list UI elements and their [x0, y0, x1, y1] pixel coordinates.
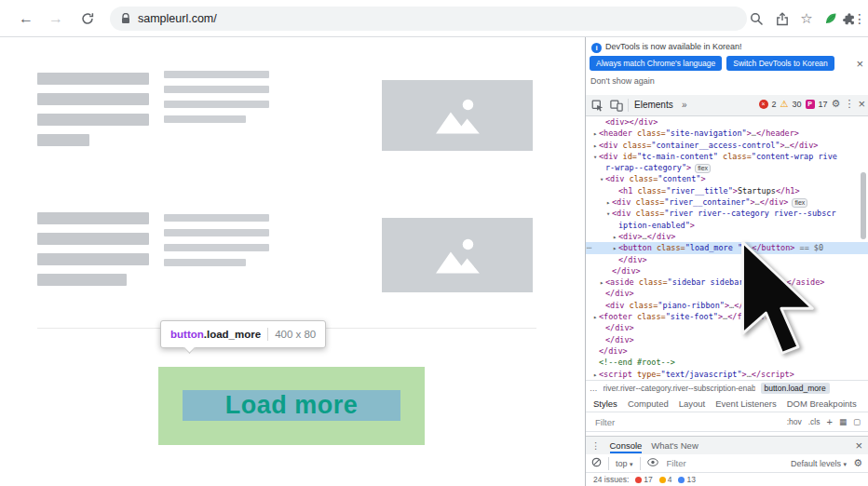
browser-menu-icon[interactable]: ⋮ [853, 7, 866, 30]
grid-overlay-icon[interactable]: ▦ [839, 417, 847, 426]
switch-korean-button[interactable]: Switch DevTools to Korean [726, 56, 834, 71]
placeholder-bar [37, 212, 149, 224]
tree-row[interactable]: ▸<div class="container__access-control">… [586, 140, 868, 151]
device-glyph [610, 99, 623, 112]
tab-computed[interactable]: Computed [628, 398, 669, 409]
tree-row[interactable]: ▸<script type="text/javascript">…</scrip… [586, 369, 868, 380]
placeholder-line [164, 214, 269, 222]
console-settings-gear-icon[interactable]: ⚙ [853, 457, 862, 469]
breadcrumb-ellipsis[interactable]: … [590, 384, 598, 393]
placeholder-line [164, 86, 269, 93]
placeholder-bar [37, 93, 149, 105]
tree-row[interactable]: </div> [586, 254, 868, 265]
browser-toolbar: ← → sampleurl.com/ ☆ ⋮ [0, 0, 868, 37]
inspect-glyph [591, 100, 604, 112]
tree-row[interactable]: ▸<aside class="sidebar sidebar--main">…<… [586, 277, 868, 288]
tree-row[interactable]: ▾<div class="content"> [586, 173, 868, 184]
tree-row[interactable]: ▾<div class="river river--category river… [586, 208, 868, 219]
tab-event-listeners[interactable]: Event Listeners [715, 398, 776, 409]
tree-row[interactable]: ⋯▸<button class="load_more ">…</button> … [586, 242, 868, 253]
clear-console-icon[interactable] [591, 457, 602, 469]
placeholder-line [164, 259, 246, 266]
dont-show-again-link[interactable]: Don't show again [590, 76, 655, 86]
placeholder-bar [37, 253, 149, 265]
placeholder-line [164, 229, 269, 236]
address-bar[interactable]: sampleurl.com/ [110, 7, 747, 31]
tree-row[interactable]: <div></div> [586, 116, 868, 128]
tree-row[interactable]: ▸<header class="site-navigation">…</head… [586, 128, 868, 139]
settings-gear-icon[interactable]: ⚙ [832, 98, 841, 110]
share-icon[interactable] [771, 7, 793, 30]
issues-label[interactable]: 24 issues: [593, 475, 629, 484]
drawer-menu-icon[interactable]: ⋮ [591, 440, 601, 451]
tab-dom-breakpoints[interactable]: DOM Breakpoints [787, 398, 857, 409]
warning-chip: 4 [659, 475, 672, 484]
tab-layout[interactable]: Layout [679, 398, 706, 409]
tree-row[interactable]: </div> [586, 265, 868, 277]
new-style-rule-icon[interactable]: + [827, 416, 833, 427]
tree-scrollbar-thumb[interactable] [861, 172, 866, 239]
info-chip: 13 [678, 475, 695, 484]
info-chip-count: 13 [686, 475, 695, 484]
styles-filter-input[interactable] [593, 416, 780, 428]
tree-row[interactable]: </div> [586, 345, 868, 357]
tree-row[interactable]: r-wrap--category">flex [586, 162, 868, 173]
zoom-icon[interactable] [745, 7, 767, 30]
warning-badge-icon[interactable]: ⚠ [780, 100, 789, 109]
placeholder-line [164, 244, 269, 251]
tab-styles[interactable]: Styles [593, 398, 617, 409]
device-toolbar-icon[interactable] [610, 99, 623, 115]
tree-row[interactable]: <div class="piano-ribbon">…</div> [586, 300, 868, 311]
tooltip-class: .load_more [204, 329, 261, 340]
log-levels-select[interactable]: Default levels ▾ [791, 459, 847, 468]
notification-close-icon[interactable]: × [856, 58, 863, 70]
devtools-panel: i DevTools is now available in Korean! A… [585, 37, 868, 486]
warning-dot-icon [659, 477, 666, 483]
tree-row[interactable]: ▸<div>…</div> [586, 231, 868, 242]
tree-row[interactable]: <h1 class="river__title">Startups</h1> [586, 185, 868, 196]
tree-row[interactable]: <!--end #root--> [586, 357, 868, 368]
drawer-close-icon[interactable]: × [855, 439, 862, 452]
inspect-element-icon[interactable] [591, 99, 604, 115]
toggle-class-button[interactable]: .cls [808, 417, 821, 426]
tree-row[interactable]: </div> [586, 334, 868, 345]
bookmark-star-icon[interactable]: ☆ [795, 7, 818, 30]
tree-row[interactable]: </div> [586, 322, 868, 333]
breadcrumb-item[interactable]: river.river--category.river--subscriptio… [604, 384, 755, 393]
more-tabs-icon[interactable]: » [682, 100, 687, 110]
live-expression-eye-icon[interactable] [647, 458, 658, 468]
placeholder-line [164, 115, 246, 123]
devtools-close-icon[interactable]: × [858, 98, 865, 110]
warning-count: 30 [793, 100, 802, 109]
reload-icon[interactable] [76, 7, 99, 30]
url-text: sampleurl.com/ [138, 12, 217, 25]
console-filter-input[interactable] [665, 457, 785, 469]
tab-elements[interactable]: Elements [634, 100, 673, 110]
tree-row[interactable]: ▸<footer class="site-foot">…</footer> [586, 311, 868, 322]
breadcrumb: … river.river--category.river--subscript… [586, 380, 868, 395]
computed-panel-icon[interactable]: ▢ [853, 417, 861, 426]
back-icon[interactable]: ← [15, 7, 37, 30]
placeholder-bar [37, 134, 89, 146]
tree-row[interactable]: </div> [586, 288, 868, 299]
tree-row[interactable]: ▸<div class="river__container">…</div>fl… [586, 196, 868, 208]
image-placeholder [382, 218, 533, 292]
elements-tree: <div></div>▸<header class="site-navigati… [586, 116, 868, 380]
console-toolbar: top ▾ Default levels ▾ ⚙ [586, 454, 868, 473]
tab-console[interactable]: Console [610, 439, 643, 453]
tab-whats-new[interactable]: What's New [651, 440, 698, 451]
tree-row[interactable]: iption-enabled"> [586, 220, 868, 231]
forward-icon[interactable]: → [45, 7, 67, 30]
tree-row[interactable]: ▾<div id="tc-main-content" class="conten… [586, 151, 868, 162]
devtools-menu-icon[interactable]: ⋮ [844, 98, 854, 110]
issues-badge-icon[interactable]: P [806, 100, 815, 109]
expand-arrow-icon[interactable]: ▸ [591, 370, 599, 380]
load-more-button[interactable]: Load more [183, 390, 400, 421]
row-overflow-icon[interactable]: ⋯ [587, 242, 591, 253]
match-language-button[interactable]: Always match Chrome's language [590, 56, 722, 71]
breadcrumb-item-selected[interactable]: button.load_more [761, 383, 830, 394]
error-badge-icon[interactable]: × [759, 100, 768, 109]
console-context-select[interactable]: top ▾ [616, 459, 633, 468]
toggle-hover-state-button[interactable]: :hov [787, 417, 802, 426]
levels-label: Default levels [791, 459, 841, 468]
